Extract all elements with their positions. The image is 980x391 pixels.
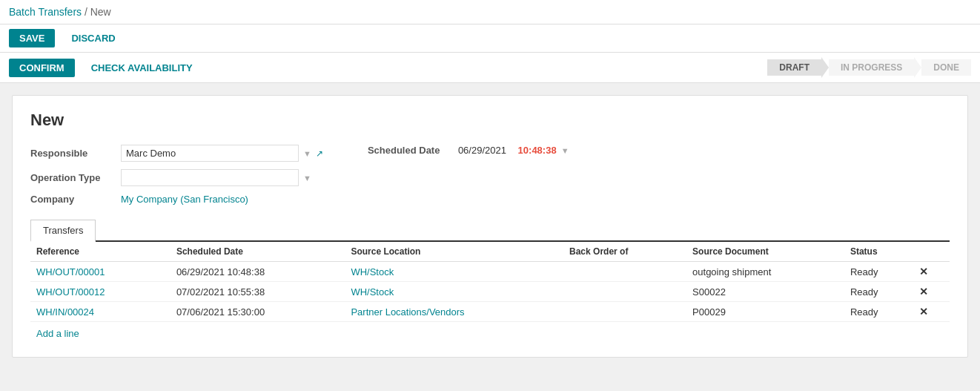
- scheduled-date-date: 06/29/2021: [458, 145, 506, 156]
- responsible-dropdown-icon[interactable]: ▼: [303, 149, 311, 158]
- tab-transfers[interactable]: Transfers: [30, 220, 96, 242]
- scheduled-date-value: 06/29/2021 10:48:38 ▼: [458, 145, 569, 156]
- table-row: WH/OUT/00001 06/29/2021 10:48:38 WH/Stoc…: [30, 262, 950, 282]
- status-badge: Ready: [850, 306, 878, 318]
- table-header-row: Reference Scheduled Date Source Location…: [30, 242, 950, 262]
- reference-link[interactable]: WH/IN/00024: [36, 306, 94, 318]
- cell-reference: WH/OUT/00012: [30, 282, 170, 302]
- breadcrumb-parent[interactable]: Batch Transfers: [9, 6, 82, 18]
- breadcrumb-separator: /: [85, 6, 87, 18]
- status-step-draft[interactable]: DRAFT: [767, 57, 829, 78]
- company-value: My Company (San Francisco): [121, 194, 248, 205]
- status-badge: Ready: [850, 286, 878, 298]
- col-scheduled-date: Scheduled Date: [170, 242, 345, 262]
- cell-source-doc: S00022: [686, 282, 844, 302]
- cell-back-order: [563, 302, 686, 322]
- status-done-label: DONE: [921, 59, 971, 76]
- cell-scheduled-date: 07/06/2021 15:30:00: [170, 302, 345, 322]
- operation-type-value: ▼: [121, 169, 311, 186]
- scheduled-date-label: Scheduled Date: [368, 145, 449, 156]
- status-step-done[interactable]: DONE: [921, 59, 971, 76]
- form-card: New Responsible ▼ ↗ Operation Type ▼: [12, 95, 968, 358]
- cell-delete: ✕: [913, 262, 950, 282]
- cell-scheduled-date: 06/29/2021 10:48:38: [170, 262, 345, 282]
- cell-scheduled-date: 07/02/2021 10:55:38: [170, 282, 345, 302]
- tabs-section: Transfers Reference Scheduled Date Sourc…: [30, 220, 950, 339]
- cell-source-location: WH/Stock: [345, 282, 563, 302]
- source-location-link[interactable]: Partner Locations/Vendors: [351, 306, 464, 318]
- operation-type-dropdown-icon[interactable]: ▼: [303, 174, 311, 183]
- scheduled-date-dropdown-icon[interactable]: ▼: [561, 146, 569, 155]
- workflow-steps: DRAFT IN PROGRESS DONE: [767, 57, 971, 78]
- responsible-input[interactable]: [121, 145, 299, 162]
- col-reference: Reference: [30, 242, 170, 262]
- discard-button[interactable]: DISCARD: [61, 29, 125, 47]
- cell-reference: WH/IN/00024: [30, 302, 170, 322]
- breadcrumb: Batch Transfers / New: [9, 6, 111, 18]
- reference-link[interactable]: WH/OUT/00012: [36, 286, 105, 298]
- delete-row-button[interactable]: ✕: [919, 306, 928, 318]
- fields-right: Scheduled Date 06/29/2021 10:48:38 ▼: [368, 145, 569, 205]
- breadcrumb-bar: Batch Transfers / New: [0, 0, 980, 24]
- cell-source-location: Partner Locations/Vendors: [345, 302, 563, 322]
- breadcrumb-current: New: [90, 6, 111, 18]
- fields-section: Responsible ▼ ↗ Operation Type ▼ Compa: [30, 145, 950, 205]
- status-draft-label: DRAFT: [767, 59, 821, 76]
- fields-left: Responsible ▼ ↗ Operation Type ▼ Compa: [30, 145, 323, 205]
- cell-status: Ready: [844, 302, 913, 322]
- cell-source-doc: outgoing shipment: [686, 262, 844, 282]
- source-location-link[interactable]: WH/Stock: [351, 286, 394, 298]
- confirm-button[interactable]: CONFIRM: [9, 59, 75, 77]
- col-source-doc: Source Document: [686, 242, 844, 262]
- col-back-order: Back Order of: [563, 242, 686, 262]
- cell-delete: ✕: [913, 302, 950, 322]
- workflow-bar: CONFIRM CHECK AVAILABILITY DRAFT IN PROG…: [0, 53, 980, 83]
- status-arrow-2: [914, 57, 921, 78]
- status-step-inprogress[interactable]: IN PROGRESS: [829, 57, 921, 78]
- cell-source-doc: P00029: [686, 302, 844, 322]
- company-link[interactable]: My Company (San Francisco): [121, 194, 248, 205]
- transfers-table: Reference Scheduled Date Source Location…: [30, 242, 950, 322]
- status-arrow-1: [821, 57, 829, 78]
- cell-status: Ready: [844, 282, 913, 302]
- company-label: Company: [30, 194, 112, 205]
- cell-status: Ready: [844, 262, 913, 282]
- cell-back-order: [563, 262, 686, 282]
- source-location-link[interactable]: WH/Stock: [351, 266, 394, 277]
- company-row: Company My Company (San Francisco): [30, 194, 323, 205]
- record-title: New: [30, 111, 950, 130]
- col-status: Status: [844, 242, 913, 262]
- tab-list: Transfers: [30, 220, 950, 242]
- responsible-value: ▼ ↗: [121, 145, 323, 162]
- operation-type-input[interactable]: [121, 169, 299, 186]
- responsible-external-link-icon[interactable]: ↗: [316, 148, 323, 159]
- check-availability-button[interactable]: CHECK AVAILABILITY: [81, 59, 203, 77]
- operation-type-label: Operation Type: [30, 172, 112, 183]
- cell-delete: ✕: [913, 282, 950, 302]
- table-row: WH/IN/00024 07/06/2021 15:30:00 Partner …: [30, 302, 950, 322]
- workflow-actions: CONFIRM CHECK AVAILABILITY: [9, 59, 203, 77]
- scheduled-date-time: 10:48:38: [518, 145, 557, 156]
- responsible-row: Responsible ▼ ↗: [30, 145, 323, 162]
- table-row: WH/OUT/00012 07/02/2021 10:55:38 WH/Stoc…: [30, 282, 950, 302]
- cell-reference: WH/OUT/00001: [30, 262, 170, 282]
- main-content: New Responsible ▼ ↗ Operation Type ▼: [0, 83, 980, 369]
- operation-type-row: Operation Type ▼: [30, 169, 323, 186]
- status-badge: Ready: [850, 266, 878, 277]
- reference-link[interactable]: WH/OUT/00001: [36, 266, 105, 277]
- scheduled-date-row: Scheduled Date 06/29/2021 10:48:38 ▼: [368, 145, 569, 156]
- cell-source-location: WH/Stock: [345, 262, 563, 282]
- cell-back-order: [563, 282, 686, 302]
- col-actions: [913, 242, 950, 262]
- status-inprogress-label: IN PROGRESS: [829, 59, 914, 76]
- col-source-location: Source Location: [345, 242, 563, 262]
- responsible-label: Responsible: [30, 148, 112, 159]
- delete-row-button[interactable]: ✕: [919, 266, 928, 277]
- delete-row-button[interactable]: ✕: [919, 286, 928, 298]
- add-line-link[interactable]: Add a line: [36, 328, 79, 339]
- action-bar: SAVE DISCARD: [0, 24, 980, 53]
- save-button[interactable]: SAVE: [9, 29, 55, 47]
